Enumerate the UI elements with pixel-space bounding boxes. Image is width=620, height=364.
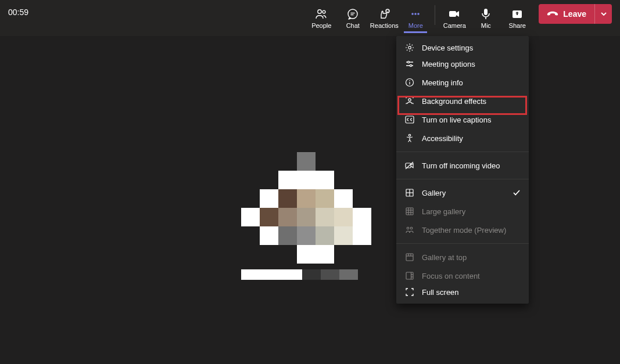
menu-together-mode: Together mode (Preview)	[396, 221, 529, 239]
cc-icon	[404, 116, 415, 124]
menu-large-gallery: Large gallery	[396, 202, 529, 221]
svg-point-5	[386, 9, 389, 13]
menu-meeting-info[interactable]: Meeting info	[396, 73, 529, 92]
camera-icon	[448, 8, 461, 20]
chat-label: Chat	[346, 22, 360, 29]
accessibility-icon	[404, 134, 415, 143]
menu-label: Accessibility	[422, 134, 463, 143]
meeting-timer: 00:59	[8, 8, 28, 17]
people-icon	[315, 8, 328, 20]
svg-rect-42	[406, 254, 413, 261]
menu-separator	[396, 152, 529, 152]
camera-button[interactable]: Camera	[439, 2, 470, 34]
svg-point-22	[409, 80, 410, 81]
svg-rect-35	[406, 208, 413, 215]
check-icon	[513, 189, 521, 197]
mic-icon	[481, 8, 491, 20]
leave-caret-button[interactable]	[594, 4, 612, 24]
svg-point-0	[318, 9, 321, 13]
menu-label: Background effects	[422, 97, 486, 106]
menu-meeting-options[interactable]: Meeting options	[396, 55, 529, 73]
info-icon	[404, 78, 415, 87]
svg-line-24	[406, 97, 408, 99]
menu-full-screen[interactable]: Full screen	[396, 285, 529, 304]
more-menu: Device settings Meeting options Meeting …	[396, 36, 529, 304]
svg-point-41	[410, 227, 413, 229]
menu-turn-off-incoming-video[interactable]: Turn off incoming video	[396, 156, 529, 175]
camera-label: Camera	[443, 22, 466, 29]
more-label: More	[408, 22, 423, 29]
menu-device-settings[interactable]: Device settings	[396, 36, 529, 55]
svg-rect-28	[406, 116, 414, 123]
svg-point-19	[410, 64, 411, 66]
svg-point-15	[408, 46, 411, 49]
focus-content-icon	[404, 272, 415, 280]
toolbar-divider	[435, 5, 435, 25]
meeting-toolbar: People Chat	[306, 0, 612, 36]
svg-rect-12	[484, 9, 488, 15]
menu-label: Focus on content	[422, 272, 480, 280]
leave-label: Leave	[563, 9, 586, 19]
chevron-down-icon	[600, 10, 607, 17]
menu-label: Gallery	[422, 189, 446, 197]
hangup-icon	[547, 10, 558, 18]
reactions-button[interactable]: Reactions	[368, 2, 400, 34]
svg-point-7	[388, 10, 389, 10]
ellipsis-icon	[410, 8, 421, 20]
svg-rect-30	[406, 163, 411, 168]
menu-focus-on-content: Focus on content	[396, 266, 529, 285]
menu-separator	[396, 243, 529, 244]
svg-point-9	[414, 13, 417, 15]
menu-gallery-at-top: Gallery at top	[396, 248, 529, 266]
svg-point-8	[411, 13, 414, 15]
large-gallery-icon	[404, 207, 415, 215]
menu-live-captions[interactable]: Turn on live captions	[396, 110, 529, 129]
fullscreen-icon	[404, 288, 415, 296]
svg-point-10	[417, 13, 420, 15]
more-underline	[404, 31, 427, 33]
video-off-icon	[404, 161, 415, 170]
people-label: People	[311, 22, 331, 29]
chat-button[interactable]: Chat	[337, 2, 368, 34]
leave-button[interactable]: Leave	[539, 4, 594, 24]
menu-background-effects[interactable]: Background effects	[396, 92, 529, 110]
chat-icon	[347, 8, 359, 20]
menu-separator	[396, 179, 529, 179]
menu-gallery[interactable]: Gallery	[396, 183, 529, 202]
leave-group: Leave	[539, 4, 612, 24]
share-button[interactable]: Share	[501, 2, 533, 34]
svg-line-25	[412, 97, 414, 99]
svg-point-6	[387, 10, 388, 10]
svg-point-2	[348, 9, 357, 19]
people-button[interactable]: People	[306, 2, 337, 34]
together-mode-icon	[404, 226, 415, 234]
share-label: Share	[509, 22, 526, 29]
participant-name-pixelated	[241, 269, 358, 280]
menu-label: Meeting options	[422, 60, 475, 69]
menu-label: Gallery at top	[422, 253, 467, 262]
svg-rect-11	[449, 11, 456, 17]
svg-rect-46	[406, 272, 413, 279]
svg-line-26	[406, 103, 407, 104]
meeting-topbar: 00:59 People Cha	[0, 0, 620, 36]
background-effects-icon	[404, 96, 415, 106]
svg-line-27	[413, 103, 414, 104]
sliders-icon	[404, 59, 415, 69]
gear-icon	[404, 43, 415, 52]
menu-label: Turn on live captions	[422, 116, 491, 124]
svg-point-29	[408, 134, 410, 136]
svg-point-17	[407, 61, 409, 63]
menu-label: Meeting info	[422, 78, 463, 87]
share-icon	[511, 8, 523, 20]
more-button[interactable]: More	[400, 2, 431, 34]
mic-label: Mic	[481, 22, 491, 29]
mic-button[interactable]: Mic	[470, 2, 501, 34]
svg-point-23	[408, 99, 411, 101]
reactions-icon	[378, 8, 390, 20]
menu-label: Turn off incoming video	[422, 161, 500, 170]
menu-label: Device settings	[422, 44, 473, 52]
menu-label: Large gallery	[422, 207, 465, 216]
svg-point-1	[322, 10, 325, 13]
menu-accessibility[interactable]: Accessibility	[396, 129, 529, 147]
gallery-icon	[404, 189, 415, 197]
